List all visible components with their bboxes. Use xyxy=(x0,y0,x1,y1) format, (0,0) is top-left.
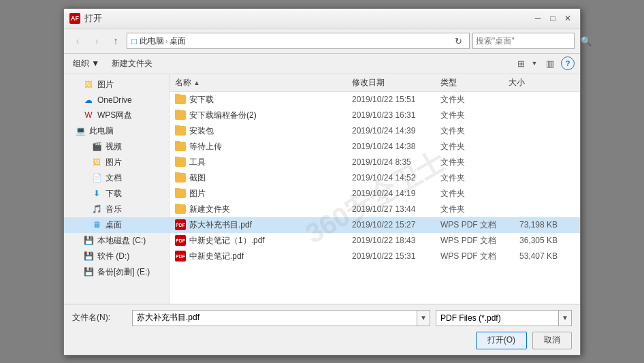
file-row[interactable]: 工具 2019/10/24 8:35 文件夹 xyxy=(170,155,580,170)
sidebar-item-pictures2[interactable]: 🖼 图片 xyxy=(64,155,169,170)
sidebar-item-drive-d[interactable]: 💾 软件 (D:) xyxy=(64,249,169,264)
onedrive-icon: ☁ xyxy=(83,95,94,106)
dialog-title: 打开 xyxy=(84,12,531,25)
file-row[interactable]: PDF 中新史笔记.pdf 2019/10/22 15:31 WPS PDF 文… xyxy=(170,249,580,264)
filetype-input[interactable] xyxy=(436,310,558,326)
view-dropdown-arrow[interactable]: ▼ xyxy=(530,55,539,72)
file-row[interactable]: 新建文件夹 2019/10/27 13:44 文件夹 xyxy=(170,202,580,217)
organize-button[interactable]: 组织 ▼ xyxy=(69,56,103,72)
filename-row: 文件名(N): ▼ ▼ xyxy=(72,310,572,326)
address-bar[interactable]: □ 此电脑 › 桌面 ↻ xyxy=(127,33,470,49)
sidebar-label: 备份[勿删] (E:) xyxy=(97,266,150,278)
filetype-dropdown-button[interactable]: ▼ xyxy=(558,310,572,326)
address-current[interactable]: 桌面 xyxy=(170,35,186,47)
wps-icon: W xyxy=(83,110,94,121)
folder-icon xyxy=(175,142,186,151)
file-row[interactable]: 安装包 2019/10/24 14:39 文件夹 xyxy=(170,123,580,139)
app-icon: AF xyxy=(69,13,80,24)
pictures2-icon: 🖼 xyxy=(91,157,102,168)
pane-button[interactable]: ▥ xyxy=(542,55,558,72)
sidebar-item-music[interactable]: 🎵 音乐 xyxy=(64,202,169,217)
up-button[interactable]: ↑ xyxy=(108,33,124,49)
col-header-size[interactable]: 大小 xyxy=(509,77,563,89)
toolbar-right: ⊞ ▼ ▥ ? xyxy=(513,55,575,72)
pictures-icon: 🖼 xyxy=(83,79,94,90)
location-icon: □ xyxy=(131,36,137,46)
main-area: 🖼 图片 ☁ OneDrive W WPS网盘 💻 此电脑 🎬 视频 🖼 图 xyxy=(64,74,580,304)
downloads-icon: ⬇ xyxy=(91,188,102,199)
music-icon: 🎵 xyxy=(91,204,102,215)
cancel-button[interactable]: 取消 xyxy=(532,332,572,349)
minimize-button[interactable]: ─ xyxy=(531,12,545,25)
open-dialog: AF 打开 ─ □ ✕ ‹ › ↑ □ 此电脑 › 桌面 ↻ 🔍 组织 xyxy=(63,8,581,356)
sidebar-item-drive-e[interactable]: 💾 备份[勿删] (E:) xyxy=(64,264,169,280)
docs-icon: 📄 xyxy=(91,172,102,183)
file-row[interactable]: 截图 2019/10/24 14:52 文件夹 xyxy=(170,170,580,186)
pdf-icon: PDF xyxy=(175,235,186,246)
sidebar-label: OneDrive xyxy=(97,95,132,105)
folder-icon xyxy=(175,189,186,198)
folder-icon xyxy=(175,157,186,167)
sidebar-label: 图片 xyxy=(106,157,122,168)
file-name-cell: PDF 中新史笔记（1）.pdf xyxy=(175,235,352,247)
search-input[interactable] xyxy=(476,36,578,46)
sidebar-label: 下载 xyxy=(106,188,122,200)
filename-input[interactable] xyxy=(132,310,417,326)
pdf-icon: PDF xyxy=(175,251,186,262)
drive-e-icon: 💾 xyxy=(83,266,94,277)
col-header-type[interactable]: 类型 xyxy=(440,77,509,89)
address-separator-1: › xyxy=(165,37,168,45)
organize-label: 组织 ▼ xyxy=(73,58,99,69)
help-button[interactable]: ? xyxy=(561,57,575,70)
maximize-button[interactable]: □ xyxy=(546,12,560,25)
file-row[interactable]: 安下载编程备份(2) 2019/10/23 16:31 文件夹 xyxy=(170,108,580,123)
navigation-toolbar: ‹ › ↑ □ 此电脑 › 桌面 ↻ 🔍 xyxy=(64,29,580,54)
sidebar-item-onedrive[interactable]: ☁ OneDrive xyxy=(64,93,169,108)
view-toggle-button[interactable]: ⊞ xyxy=(513,55,529,72)
sidebar-item-drive-c[interactable]: 💾 本地磁盘 (C:) xyxy=(64,233,169,249)
sidebar-label: 本地磁盘 (C:) xyxy=(97,235,146,247)
filename-label: 文件名(N): xyxy=(72,312,127,323)
refresh-button[interactable]: ↻ xyxy=(451,34,465,48)
sidebar-item-video[interactable]: 🎬 视频 xyxy=(64,139,169,155)
folder-icon xyxy=(175,95,186,104)
file-name-cell: 安下载 xyxy=(175,94,352,106)
file-row[interactable]: 图片 2019/10/24 14:19 文件夹 xyxy=(170,186,580,202)
sidebar-item-pictures[interactable]: 🖼 图片 xyxy=(64,77,169,93)
back-button[interactable]: ‹ xyxy=(69,33,86,49)
file-name-cell: PDF 苏大补充书目.pdf xyxy=(175,219,352,231)
new-folder-button[interactable]: 新建文件夹 xyxy=(108,56,156,72)
drive-c-icon: 💾 xyxy=(83,235,94,246)
search-button[interactable]: 🔍 xyxy=(581,36,592,46)
close-button[interactable]: ✕ xyxy=(561,12,575,25)
folder-icon xyxy=(175,126,186,136)
col-header-name[interactable]: 名称 ▲ xyxy=(175,77,352,89)
file-row[interactable]: 安下载 2019/10/22 15:51 文件夹 xyxy=(170,92,580,108)
sidebar-item-docs[interactable]: 📄 文档 xyxy=(64,170,169,186)
file-row-selected[interactable]: PDF 苏大补充书目.pdf 2019/10/22 15:27 WPS PDF … xyxy=(170,217,580,233)
filetype-wrapper: ▼ xyxy=(436,310,572,326)
sidebar-item-downloads[interactable]: ⬇ 下载 xyxy=(64,186,169,202)
col-header-date[interactable]: 修改日期 xyxy=(352,77,440,89)
desktop-icon: 🖥 xyxy=(91,219,102,230)
address-pc[interactable]: 此电脑 xyxy=(140,35,164,47)
sidebar-label: 图片 xyxy=(97,79,114,91)
folder-icon xyxy=(175,204,186,214)
filename-dropdown-button[interactable]: ▼ xyxy=(417,310,430,326)
file-row[interactable]: 等待上传 2019/10/24 14:38 文件夹 xyxy=(170,139,580,155)
sidebar-item-thispc[interactable]: 💻 此电脑 xyxy=(64,123,169,139)
file-row[interactable]: PDF 中新史笔记（1）.pdf 2019/10/22 18:43 WPS PD… xyxy=(170,233,580,249)
sidebar-item-wps[interactable]: W WPS网盘 xyxy=(64,108,169,123)
open-button[interactable]: 打开(O) xyxy=(476,332,527,349)
pc-icon: 💻 xyxy=(75,125,86,136)
filename-input-wrapper: ▼ xyxy=(132,310,430,326)
sidebar-item-desktop[interactable]: 🖥 桌面 xyxy=(64,217,169,233)
forward-button[interactable]: › xyxy=(88,33,105,49)
file-name-cell: 等待上传 xyxy=(175,141,352,153)
file-name-cell: PDF 中新史笔记.pdf xyxy=(175,251,352,262)
sidebar-label: WPS网盘 xyxy=(97,110,132,121)
file-header[interactable]: 名称 ▲ 修改日期 类型 大小 xyxy=(170,74,580,92)
video-icon: 🎬 xyxy=(91,141,102,152)
second-toolbar: 组织 ▼ 新建文件夹 ⊞ ▼ ▥ ? xyxy=(64,54,580,74)
file-name-cell: 图片 xyxy=(175,188,352,200)
